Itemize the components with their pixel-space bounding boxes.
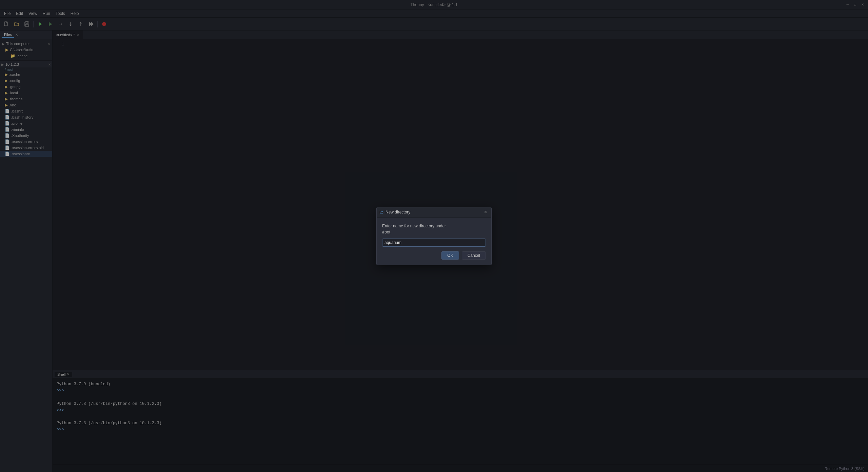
new-directory-dialog: 🗁 New directory ✕ Enter name for new dir… [376, 207, 492, 265]
dialog-buttons: OK Cancel [382, 251, 486, 260]
dialog-icon: 🗁 [379, 210, 383, 214]
dialog-title: New directory [386, 210, 482, 214]
dialog-cancel-button[interactable]: Cancel [462, 251, 486, 260]
dialog-label: Enter name for new directory under /root [382, 223, 486, 235]
dialog-overlay: 🗁 New directory ✕ Enter name for new dir… [0, 0, 868, 472]
dialog-close-button[interactable]: ✕ [482, 209, 489, 215]
dialog-label-line1: Enter name for new directory under [382, 224, 446, 228]
dialog-body: Enter name for new directory under /root… [377, 218, 491, 265]
new-directory-input[interactable] [382, 239, 486, 247]
dialog-label-line2: /root [382, 230, 390, 234]
dialog-ok-button[interactable]: OK [441, 251, 459, 260]
dialog-title-bar: 🗁 New directory ✕ [377, 207, 491, 218]
